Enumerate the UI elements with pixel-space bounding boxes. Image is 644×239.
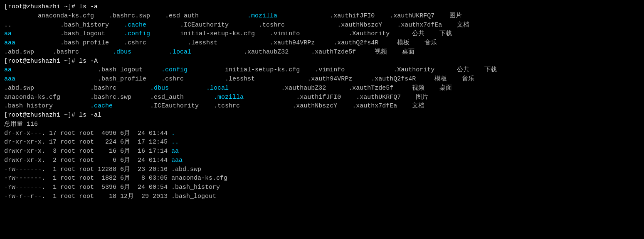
terminal-line: dr-xr-x---. 17 root root 4096 6月 24 01:4…	[4, 129, 640, 138]
terminal-line: aaa .bash_profile .cshrc .lesshst .xauth…	[4, 39, 640, 48]
terminal-output: [root@zhushazhi ~]# ls -a anaconda-ks.cf…	[4, 2, 640, 201]
terminal-line: anaconda-ks.cfg .bashrc.swp .esd_auth .m…	[4, 93, 640, 102]
terminal-line: .bash_history .cache .ICEauthority .tcsh…	[4, 102, 640, 111]
terminal-line: aaa .bash_profile .cshrc .lesshst .xauth…	[4, 75, 640, 84]
terminal-line: .abd.swp .bashrc .dbus .local .xauthaubZ…	[4, 84, 640, 93]
terminal-line: drwxr-xr-x. 3 root root 16 6月 16 17:14 a…	[4, 147, 640, 156]
terminal-line: dr-xr-xr-x. 17 root root 224 6月 17 12:45…	[4, 138, 640, 147]
terminal-line: -rw-r--r--. 1 root root 18 12月 29 2013 .…	[4, 192, 640, 201]
terminal-line: .. .bash_history .cache .ICEauthority .t…	[4, 21, 640, 30]
terminal-line: aa .bash_logout .config initial-setup-ks…	[4, 66, 640, 75]
terminal-line: 总用量 116	[4, 120, 640, 129]
terminal-line: aa .bash_logout .config initial-setup-ks…	[4, 29, 640, 39]
terminal-line: -rw-------. 1 root root 1882 6月 8 03:05 …	[4, 174, 640, 183]
terminal-line: [root@zhushazhi ~]# ls -a	[4, 2, 640, 12]
terminal-line: -rw-------. 1 root root 5396 6月 24 00:54…	[4, 183, 640, 192]
terminal-line: drwxr-xr-x. 2 root root 6 6月 24 01:44 aa…	[4, 156, 640, 165]
terminal-line: anaconda-ks.cfg .bashrc.swp .esd_auth .m…	[4, 12, 640, 21]
terminal-line: [root@zhushazhi ~]# ls -A	[4, 57, 640, 66]
terminal-line: [root@zhushazhi ~]# ls -al	[4, 111, 640, 120]
terminal-line: -rw-------. 1 root root 12288 6月 23 20:1…	[4, 165, 640, 174]
terminal-line: .abd.swp .bashrc .dbus .local .xauthaubZ…	[4, 48, 640, 57]
